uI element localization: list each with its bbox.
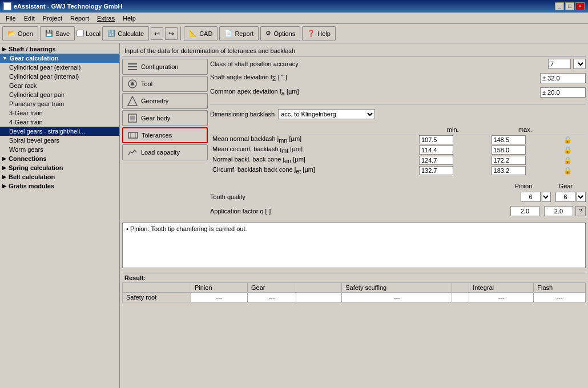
close-button[interactable]: × <box>575 2 585 10</box>
menu-help[interactable]: Help <box>119 14 139 22</box>
menu-bar: File Edit Project Report Extras Help <box>0 13 588 24</box>
menu-file[interactable]: File <box>2 14 19 22</box>
application-factor-row: Application factor q [-] ? <box>210 206 586 216</box>
gear-appfactor-input[interactable] <box>544 206 573 216</box>
result-col-empty <box>296 283 342 293</box>
report-icon: 📄 <box>224 30 232 37</box>
sidebar-item-cyl-ext[interactable]: Cylindrical gear (external) <box>0 63 119 72</box>
local-checkbox[interactable] <box>76 30 84 37</box>
load-capacity-button[interactable]: Load capacity <box>122 144 208 160</box>
sidebar-item-gear-rack[interactable]: Gear rack <box>0 81 119 90</box>
svg-point-4 <box>131 82 134 86</box>
menu-edit[interactable]: Edit <box>21 14 38 22</box>
save-icon: 💾 <box>45 30 53 37</box>
result-empty2-val <box>452 293 469 302</box>
open-button[interactable]: 📂 Open <box>2 26 38 41</box>
lock-icon: 🔒 <box>563 146 572 154</box>
jen-min-input[interactable] <box>419 156 453 165</box>
gear-body-icon <box>127 113 138 123</box>
gear-body-button[interactable]: Gear body <box>122 110 208 126</box>
redo-button[interactable]: ↪ <box>165 27 178 40</box>
arrow-icon: ▶ <box>2 46 6 52</box>
arrow-icon: ▼ <box>2 55 7 61</box>
sidebar-item-bevel-straight[interactable]: Bevel gears - straight/heli... <box>0 127 119 136</box>
maximize-button[interactable]: □ <box>565 2 574 10</box>
shaft-accuracy-select[interactable]: ▾ <box>573 59 586 69</box>
sidebar-item-3gear[interactable]: 3-Gear train <box>0 108 119 118</box>
jmt-min-input[interactable] <box>419 146 453 155</box>
configuration-button[interactable]: Configuration <box>122 59 208 75</box>
options-button[interactable]: ⚙ Options <box>260 26 300 41</box>
result-col-pinion: Pinion <box>191 283 248 293</box>
lock-icon: 🔒 <box>563 136 572 144</box>
result-flash-val: --- <box>534 293 586 302</box>
question-button[interactable]: ? <box>575 206 586 216</box>
jmn-max-input[interactable] <box>492 135 526 144</box>
jen-max-input[interactable] <box>492 156 526 165</box>
sidebar-section-spring[interactable]: ▶ Spring calculation <box>0 163 119 172</box>
shaft-angle-input[interactable] <box>540 73 586 83</box>
info-text: Input of the data for determination of t… <box>124 47 295 54</box>
sidebar-section-gratis[interactable]: ▶ Gratis modules <box>0 181 119 191</box>
gear-quality-select[interactable]: ▾ <box>577 192 586 202</box>
sidebar-item-cyl-pair[interactable]: Cylindrical gear pair <box>0 90 119 99</box>
apex-deviation-input[interactable] <box>540 87 586 98</box>
calculate-icon: 🔢 <box>107 30 115 37</box>
result-integral-val: --- <box>469 293 534 302</box>
geometry-button[interactable]: Geometry <box>122 93 208 109</box>
sidebar-item-4gear[interactable]: 4-Gear train <box>0 118 119 127</box>
sidebar-section-belt[interactable]: ▶ Belt calculation <box>0 172 119 181</box>
pinion-quality-input[interactable] <box>521 192 541 202</box>
menu-extras[interactable]: Extras <box>94 14 118 22</box>
save-button[interactable]: 💾 Save <box>40 26 75 41</box>
notes-text: • Pinion: Tooth tip chamfering is carrie… <box>126 225 247 232</box>
sidebar-section-shaft[interactable]: ▶ Shaft / bearings <box>0 45 119 54</box>
shaft-angle-row: Shaft angle deviation fΣ [ " ] <box>210 73 586 83</box>
result-pinion-val: --- <box>191 293 248 302</box>
sidebar-item-worm[interactable]: Worm gears <box>0 145 119 154</box>
sidebar-item-cyl-int[interactable]: Cylindrical gear (internal) <box>0 72 119 81</box>
gear-quality-input[interactable] <box>555 192 575 202</box>
sidebar-section-gear[interactable]: ▼ Gear calculation <box>0 54 119 63</box>
result-empty-val <box>296 293 342 302</box>
jet-max-input[interactable] <box>492 166 526 175</box>
gear-quality-field: ▾ <box>555 192 586 202</box>
jmn-min-input[interactable] <box>419 135 453 144</box>
arrow-icon: ▶ <box>2 174 6 180</box>
cad-button[interactable]: 📐 CAD <box>184 26 218 41</box>
minimize-button[interactable]: _ <box>555 2 564 10</box>
result-col-empty2 <box>452 283 469 293</box>
report-button[interactable]: 📄 Report <box>219 26 259 41</box>
menu-report[interactable]: Report <box>67 14 92 22</box>
sidebar-item-planetary[interactable]: Planetary gear train <box>0 99 119 108</box>
shaft-accuracy-input[interactable] <box>548 59 571 69</box>
dim-backlash-row: Dimensioning backlash acc. to Klingelnbe… <box>210 109 586 119</box>
form-area: Class of shaft position accuracy ▾ Shaft… <box>210 59 586 218</box>
pinion-quality-field: ▾ <box>521 192 551 202</box>
jmt-max-input[interactable] <box>492 146 526 155</box>
app-icon: e <box>3 2 11 10</box>
help-icon: ❓ <box>307 30 315 37</box>
svg-rect-8 <box>128 132 138 138</box>
apex-deviation-label: Common apex deviation fa [µm] <box>210 88 538 96</box>
sidebar-item-spiral-bevel[interactable]: Spiral bevel gears <box>0 136 119 145</box>
lock-icon: 🔒 <box>563 156 572 164</box>
undo-button[interactable]: ↩ <box>151 27 163 40</box>
svg-rect-0 <box>128 63 137 64</box>
help-button[interactable]: ❓ Help <box>302 26 336 41</box>
side-panel-layout: Configuration Tool Geometry <box>122 59 586 218</box>
application-factor-label: Application factor q [-] <box>210 208 508 215</box>
result-row: Safety root --- --- --- --- --- <box>123 293 586 302</box>
table-row: Mean circumf. backlash jmt [µm] 🔒 <box>210 145 586 155</box>
pinion-quality-select[interactable]: ▾ <box>542 192 551 202</box>
calculate-button[interactable]: 🔢 Calculate <box>102 26 149 41</box>
options-icon: ⚙ <box>265 30 271 37</box>
pinion-appfactor-input[interactable] <box>510 206 539 216</box>
geometry-icon <box>127 96 138 106</box>
jet-min-input[interactable] <box>419 166 453 175</box>
dim-backlash-select[interactable]: acc. to Klingelnberg <box>278 109 375 119</box>
tolerances-button[interactable]: Tolerances <box>122 127 208 143</box>
tool-button[interactable]: Tool <box>122 76 208 92</box>
menu-project[interactable]: Project <box>39 14 66 22</box>
sidebar-section-connections[interactable]: ▶ Connections <box>0 154 119 163</box>
